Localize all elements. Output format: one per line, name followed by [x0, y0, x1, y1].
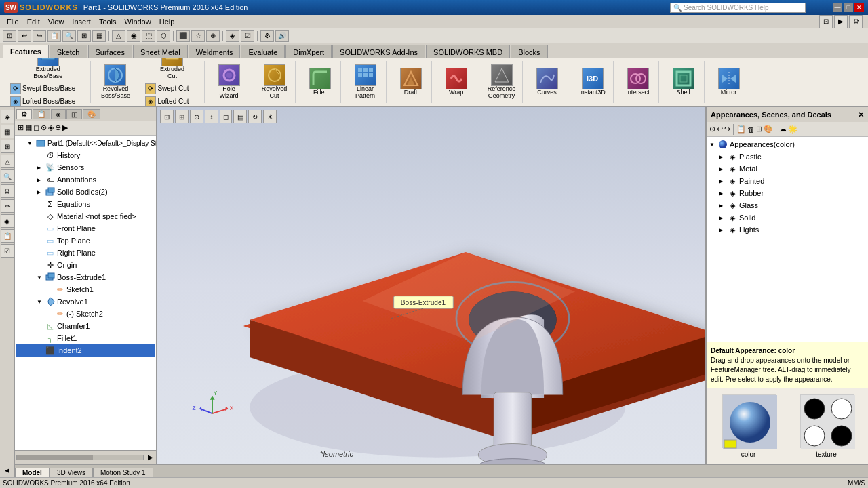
tab-surfaces[interactable]: Surfaces [88, 45, 132, 58]
vp-btn-8[interactable]: ☀ [263, 110, 277, 123]
btn-swept-boss[interactable]: ⟳ Swept Boss/Base [8, 83, 87, 95]
tree-material[interactable]: ◇ Material <not specified> [16, 210, 155, 222]
app-toolbar-btn-8[interactable]: ☁ [779, 125, 787, 134]
sidebar-btn-4[interactable]: ⊙ [41, 123, 47, 132]
vp-btn-6[interactable]: ▤ [233, 110, 247, 123]
app-toolbar-btn-1[interactable]: ⊙ [709, 125, 715, 134]
tree-root[interactable]: ▼ Part1 (Default<<Default>_Display State [16, 137, 155, 149]
sidebar-btn-6[interactable]: ⊕ [55, 123, 61, 132]
left-icon-4[interactable]: △ [1, 155, 14, 168]
btn-fillet[interactable]: Fillet [302, 66, 338, 98]
toolbar-btn-2[interactable]: ↩ [18, 30, 31, 42]
tree-sketch2[interactable]: ✏ (-) Sketch2 [16, 308, 155, 320]
toolbar-btn-8[interactable]: △ [112, 30, 125, 42]
menu-view[interactable]: View [44, 17, 68, 26]
menu-window[interactable]: Window [121, 17, 155, 26]
tree-boss-extrude1[interactable]: ▼ Boss-Extrude1 [16, 271, 155, 283]
btn-draft[interactable]: Draft [393, 66, 429, 98]
btn-intersect[interactable]: Intersect [620, 66, 656, 98]
vp-btn-4[interactable]: ↕ [205, 110, 218, 123]
swatch-texture[interactable]: texture [790, 394, 863, 458]
vp-btn-7[interactable]: ↻ [248, 110, 262, 123]
toolbar-btn-16[interactable]: ☑ [241, 30, 254, 42]
vp-btn-1[interactable]: ⊡ [160, 110, 174, 123]
app-toolbar-btn-3[interactable]: ↪ [724, 125, 730, 134]
left-icon-5[interactable]: 🔍 [1, 169, 14, 183]
toolbar-btn-1[interactable]: ⊡ [3, 30, 16, 42]
app-toolbar-btn-5[interactable]: 🗑 [747, 125, 755, 134]
menu-help[interactable]: Help [155, 17, 179, 26]
scroll-arrow-right[interactable]: ▶ [145, 453, 156, 461]
swatch-color[interactable]: color [712, 394, 785, 458]
btn-linear-pattern[interactable]: LinearPattern [348, 63, 383, 101]
vp-btn-5[interactable]: ◻ [220, 110, 232, 123]
tab-weldments[interactable]: Weldments [189, 45, 241, 58]
tree-solid-bodies[interactable]: ▶ Solid Bodies(2) [16, 186, 155, 198]
app-toolbar-btn-2[interactable]: ↩ [717, 125, 723, 134]
tab-3d-views[interactable]: 3D Views [50, 468, 93, 477]
app-toolbar-btn-9[interactable]: 🌟 [788, 125, 797, 134]
tree-revolve1[interactable]: ▼ Revolve1 [16, 296, 155, 308]
scrollbar-thumb[interactable] [17, 455, 93, 460]
btn-revolved-cut[interactable]: RevolvedCut [257, 63, 292, 101]
tree-top-plane[interactable]: ▭ Top Plane [16, 235, 155, 247]
left-icon-7[interactable]: ✏ [1, 199, 14, 213]
tab-model[interactable]: Model [15, 468, 50, 477]
tab-sw-addins[interactable]: SOLIDWORKS Add-Ins [332, 45, 425, 58]
tree-history[interactable]: ⏱ History [16, 149, 155, 161]
toolbar-btn[interactable]: ⊡ [819, 15, 833, 28]
tree-metal[interactable]: ▶ ◈ Metal [708, 163, 867, 175]
tab-motion-study[interactable]: Motion Study 1 [93, 468, 153, 477]
toolbar-btn-10[interactable]: ⬚ [142, 30, 155, 42]
sidebar-btn-2[interactable]: ▦ [25, 123, 32, 132]
sidebar-tab-featuremgr[interactable]: ⚙ [16, 109, 32, 119]
tree-origin[interactable]: ✛ Origin [16, 259, 155, 271]
app-toolbar-btn-4[interactable]: 📋 [736, 125, 746, 134]
btn-hole-wizard[interactable]: HoleWizard [212, 63, 247, 101]
tree-annotations[interactable]: ▶ 🏷 Annotations [16, 174, 155, 186]
toolbar-btn-9[interactable]: ◉ [127, 30, 140, 42]
toolbar-btn-3[interactable]: ↪ [33, 30, 46, 42]
sidebar-tab-dim[interactable]: ◫ [66, 109, 82, 119]
tree-sensors[interactable]: ▶ 📡 Sensors [16, 161, 155, 174]
tab-sheet-metal[interactable]: Sheet Metal [133, 45, 188, 58]
maximize-button[interactable]: □ [844, 3, 853, 12]
btn-lofted-boss[interactable]: ◈ Lofted Boss/Base [8, 96, 87, 106]
tree-painted[interactable]: ▶ ◈ Painted [708, 175, 867, 187]
btn-curves[interactable]: Curves [530, 66, 565, 98]
minimize-button[interactable]: — [833, 3, 842, 12]
left-icon-10[interactable]: ☑ [1, 244, 14, 258]
tree-appearances-color[interactable]: ▼ Appearances(color) [708, 138, 867, 150]
toolbar-btn-15[interactable]: ◈ [226, 30, 239, 42]
tab-sw-mbd[interactable]: SOLIDWORKS MBD [426, 45, 510, 58]
sidebar-btn-1[interactable]: ⊞ [18, 123, 24, 132]
toolbar-btn-17[interactable]: ⚙ [260, 30, 274, 42]
tree-equations[interactable]: Σ Equations [16, 198, 155, 210]
toolbar-btn-6[interactable]: ⊞ [77, 30, 91, 42]
tab-dimxpert[interactable]: DimXpert [285, 45, 332, 58]
tab-sketch[interactable]: Sketch [50, 45, 87, 58]
app-toolbar-btn-7[interactable]: 🎨 [764, 125, 773, 134]
tree-solid[interactable]: ▶ ◈ Solid [708, 211, 867, 224]
toolbar-btn[interactable]: ▶ [834, 15, 848, 28]
toolbar-btn-12[interactable]: ⬛ [176, 30, 190, 42]
toolbar-btn[interactable]: ⚙ [849, 15, 863, 28]
btn-lofted-cut[interactable]: ◈ Lofted Cut [143, 96, 201, 106]
vp-btn-2[interactable]: ⊞ [175, 110, 189, 123]
toolbar-btn-18[interactable]: 🔊 [275, 30, 289, 42]
btn-shell[interactable]: Shell [666, 66, 701, 98]
left-icon-6[interactable]: ⚙ [1, 184, 14, 198]
btn-extruded-boss[interactable]: ExtrudedBoss/Base [31, 58, 66, 81]
sidebar-btn-arrow[interactable]: ▶ [62, 123, 68, 132]
left-icon-3[interactable]: ⊞ [1, 140, 14, 153]
menu-file[interactable]: File [3, 17, 23, 26]
toolbar-btn-7[interactable]: ▦ [92, 30, 106, 42]
btn-swept-cut[interactable]: ⟳ Swept Cut [143, 83, 201, 95]
sidebar-tab-config[interactable]: ◈ [51, 109, 66, 119]
left-icon-2[interactable]: ▦ [1, 125, 14, 138]
btn-ref-geometry[interactable]: ReferenceGeometry [484, 63, 519, 101]
btn-mirror[interactable]: Mirror [711, 66, 747, 98]
close-button[interactable]: ✕ [854, 3, 864, 12]
left-icon-1[interactable]: ◈ [1, 110, 14, 123]
tree-front-plane[interactable]: ▭ Front Plane [16, 222, 155, 235]
